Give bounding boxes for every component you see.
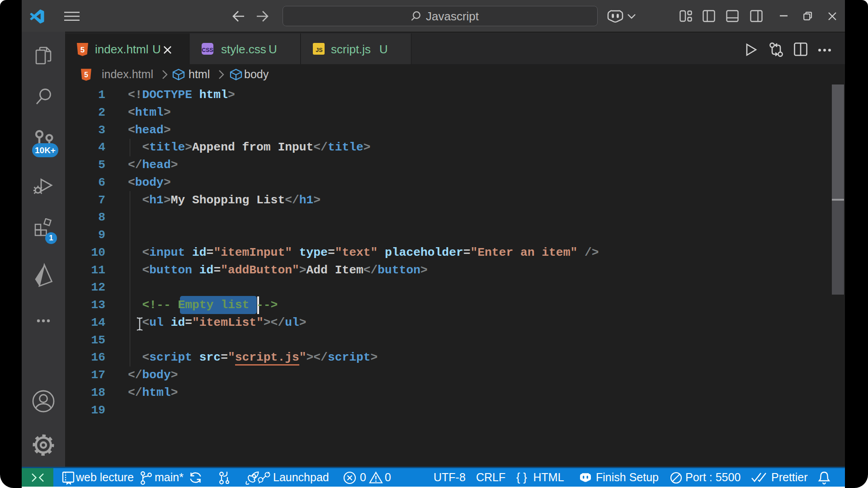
svg-text:5: 5 (84, 71, 88, 79)
svg-text:JS: JS (316, 47, 322, 53)
svg-text:CSS: CSS (202, 47, 213, 53)
svg-text:5: 5 (80, 46, 85, 54)
